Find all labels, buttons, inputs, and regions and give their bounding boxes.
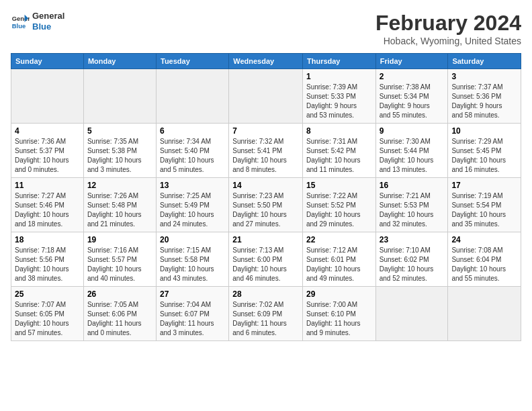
day-number: 8 (306, 126, 372, 136)
calendar-cell: 25Sunrise: 7:07 AM Sunset: 6:05 PM Dayli… (11, 287, 84, 341)
calendar-cell: 9Sunrise: 7:30 AM Sunset: 5:44 PM Daylig… (375, 124, 448, 178)
calendar-week-1: 1Sunrise: 7:39 AM Sunset: 5:33 PM Daylig… (11, 69, 521, 124)
cell-content: Sunrise: 7:16 AM Sunset: 5:57 PM Dayligh… (87, 246, 152, 283)
cell-content: Sunrise: 7:00 AM Sunset: 6:10 PM Dayligh… (306, 300, 372, 338)
calendar-cell (83, 69, 156, 124)
day-number: 27 (160, 289, 225, 299)
cell-content: Sunrise: 7:32 AM Sunset: 5:41 PM Dayligh… (232, 137, 299, 175)
day-number: 10 (451, 126, 517, 136)
calendar-cell (11, 69, 84, 124)
calendar-cell (448, 287, 521, 341)
day-number: 21 (232, 235, 299, 244)
day-number: 23 (380, 235, 445, 244)
cell-content: Sunrise: 7:26 AM Sunset: 5:48 PM Dayligh… (87, 191, 152, 229)
day-number: 24 (451, 235, 517, 244)
cell-content: Sunrise: 7:25 AM Sunset: 5:49 PM Dayligh… (160, 191, 225, 229)
day-number: 17 (451, 181, 517, 190)
calendar-cell: 20Sunrise: 7:15 AM Sunset: 5:58 PM Dayli… (157, 232, 229, 287)
logo-text: General Blue (32, 11, 64, 32)
cell-content: Sunrise: 7:37 AM Sunset: 5:36 PM Dayligh… (451, 83, 517, 120)
day-number: 12 (87, 181, 152, 190)
header-saturday: Saturday (448, 54, 521, 69)
day-number: 2 (380, 72, 445, 81)
cell-content: Sunrise: 7:07 AM Sunset: 6:05 PM Dayligh… (15, 300, 80, 338)
cell-content: Sunrise: 7:36 AM Sunset: 5:37 PM Dayligh… (15, 137, 80, 175)
logo-icon: General Blue (11, 12, 30, 31)
cell-content: Sunrise: 7:38 AM Sunset: 5:34 PM Dayligh… (380, 83, 445, 120)
day-number: 18 (15, 235, 80, 244)
header-monday: Monday (83, 54, 156, 69)
calendar-cell: 5Sunrise: 7:35 AM Sunset: 5:38 PM Daylig… (83, 124, 156, 178)
calendar-cell: 13Sunrise: 7:25 AM Sunset: 5:49 PM Dayli… (157, 178, 229, 232)
day-number: 9 (380, 126, 445, 136)
calendar-cell: 21Sunrise: 7:13 AM Sunset: 6:00 PM Dayli… (229, 232, 303, 287)
calendar-cell: 3Sunrise: 7:37 AM Sunset: 5:36 PM Daylig… (448, 69, 521, 124)
calendar-week-2: 4Sunrise: 7:36 AM Sunset: 5:37 PM Daylig… (11, 124, 521, 178)
calendar-cell: 2Sunrise: 7:38 AM Sunset: 5:34 PM Daylig… (375, 69, 448, 124)
calendar-cell: 26Sunrise: 7:05 AM Sunset: 6:06 PM Dayli… (83, 287, 156, 341)
calendar-table: Sunday Monday Tuesday Wednesday Thursday… (11, 53, 521, 341)
cell-content: Sunrise: 7:39 AM Sunset: 5:33 PM Dayligh… (306, 83, 372, 120)
cell-content: Sunrise: 7:18 AM Sunset: 5:56 PM Dayligh… (15, 246, 80, 283)
logo: General Blue General Blue (11, 11, 64, 32)
calendar-cell: 24Sunrise: 7:08 AM Sunset: 6:04 PM Dayli… (448, 232, 521, 287)
calendar-cell: 23Sunrise: 7:10 AM Sunset: 6:02 PM Dayli… (375, 232, 448, 287)
calendar-cell: 16Sunrise: 7:21 AM Sunset: 5:53 PM Dayli… (375, 178, 448, 232)
header-sunday: Sunday (11, 54, 84, 69)
month-title: February 2024 (375, 11, 521, 36)
calendar-cell: 6Sunrise: 7:34 AM Sunset: 5:40 PM Daylig… (157, 124, 229, 178)
calendar-week-5: 25Sunrise: 7:07 AM Sunset: 6:05 PM Dayli… (11, 287, 521, 341)
cell-content: Sunrise: 7:21 AM Sunset: 5:53 PM Dayligh… (380, 191, 445, 229)
cell-content: Sunrise: 7:04 AM Sunset: 6:07 PM Dayligh… (160, 300, 225, 338)
day-number: 6 (160, 126, 225, 136)
calendar-cell: 12Sunrise: 7:26 AM Sunset: 5:48 PM Dayli… (83, 178, 156, 232)
location-title: Hoback, Wyoming, United States (375, 36, 521, 46)
cell-content: Sunrise: 7:22 AM Sunset: 5:52 PM Dayligh… (306, 191, 372, 229)
calendar-cell (157, 69, 229, 124)
cell-content: Sunrise: 7:02 AM Sunset: 6:09 PM Dayligh… (232, 300, 299, 338)
calendar-cell: 28Sunrise: 7:02 AM Sunset: 6:09 PM Dayli… (229, 287, 303, 341)
cell-content: Sunrise: 7:08 AM Sunset: 6:04 PM Dayligh… (451, 246, 517, 283)
day-number: 25 (15, 289, 80, 299)
header-friday: Friday (375, 54, 448, 69)
cell-content: Sunrise: 7:05 AM Sunset: 6:06 PM Dayligh… (87, 300, 152, 338)
calendar-cell: 4Sunrise: 7:36 AM Sunset: 5:37 PM Daylig… (11, 124, 84, 178)
cell-content: Sunrise: 7:19 AM Sunset: 5:54 PM Dayligh… (451, 191, 517, 229)
day-number: 5 (87, 126, 152, 136)
day-number: 26 (87, 289, 152, 299)
calendar-cell: 27Sunrise: 7:04 AM Sunset: 6:07 PM Dayli… (157, 287, 229, 341)
day-number: 15 (306, 181, 372, 190)
header-wednesday: Wednesday (229, 54, 303, 69)
header-thursday: Thursday (302, 54, 375, 69)
calendar-cell: 11Sunrise: 7:27 AM Sunset: 5:46 PM Dayli… (11, 178, 84, 232)
calendar-cell (375, 287, 448, 341)
cell-content: Sunrise: 7:29 AM Sunset: 5:45 PM Dayligh… (451, 137, 517, 175)
day-number: 13 (160, 181, 225, 190)
calendar-cell: 19Sunrise: 7:16 AM Sunset: 5:57 PM Dayli… (83, 232, 156, 287)
day-number: 4 (15, 126, 80, 136)
calendar-cell: 29Sunrise: 7:00 AM Sunset: 6:10 PM Dayli… (302, 287, 375, 341)
day-number: 28 (232, 289, 299, 299)
calendar-cell: 15Sunrise: 7:22 AM Sunset: 5:52 PM Dayli… (302, 178, 375, 232)
title-area: February 2024 Hoback, Wyoming, United St… (375, 11, 521, 46)
days-header-row: Sunday Monday Tuesday Wednesday Thursday… (11, 54, 521, 69)
cell-content: Sunrise: 7:23 AM Sunset: 5:50 PM Dayligh… (232, 191, 299, 229)
calendar-cell: 22Sunrise: 7:12 AM Sunset: 6:01 PM Dayli… (302, 232, 375, 287)
calendar-cell: 17Sunrise: 7:19 AM Sunset: 5:54 PM Dayli… (448, 178, 521, 232)
day-number: 14 (232, 181, 299, 190)
cell-content: Sunrise: 7:12 AM Sunset: 6:01 PM Dayligh… (306, 246, 372, 283)
cell-content: Sunrise: 7:10 AM Sunset: 6:02 PM Dayligh… (380, 246, 445, 283)
day-number: 20 (160, 235, 225, 244)
page-header: General Blue General Blue February 2024 … (11, 11, 521, 46)
calendar-cell: 1Sunrise: 7:39 AM Sunset: 5:33 PM Daylig… (302, 69, 375, 124)
calendar-week-3: 11Sunrise: 7:27 AM Sunset: 5:46 PM Dayli… (11, 178, 521, 232)
day-number: 16 (380, 181, 445, 190)
day-number: 29 (306, 289, 372, 299)
calendar-cell: 8Sunrise: 7:31 AM Sunset: 5:42 PM Daylig… (302, 124, 375, 178)
cell-content: Sunrise: 7:13 AM Sunset: 6:00 PM Dayligh… (232, 246, 299, 283)
calendar-cell (229, 69, 303, 124)
svg-text:Blue: Blue (12, 23, 26, 30)
day-number: 19 (87, 235, 152, 244)
day-number: 1 (306, 72, 372, 81)
day-number: 22 (306, 235, 372, 244)
